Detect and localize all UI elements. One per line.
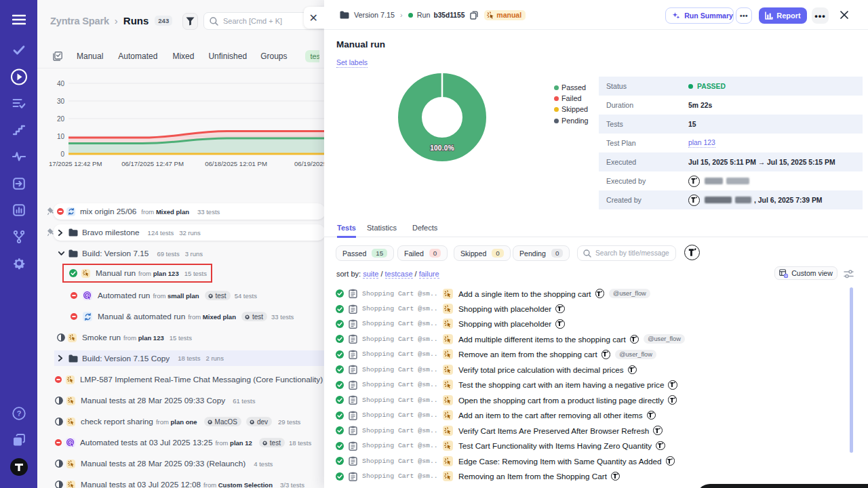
svg-text:100.0%: 100.0% bbox=[430, 144, 454, 152]
svg-text:?: ? bbox=[17, 409, 22, 418]
svg-text:30: 30 bbox=[57, 98, 65, 105]
svg-text:17/2025 12:42 PM: 17/2025 12:42 PM bbox=[49, 160, 102, 167]
svg-text:06/18/2025 12:01 PM: 06/18/2025 12:01 PM bbox=[205, 160, 267, 167]
svg-text:0: 0 bbox=[60, 150, 64, 158]
svg-text:40: 40 bbox=[57, 80, 65, 87]
svg-text:20: 20 bbox=[57, 115, 65, 123]
svg-text:06/17/2025 12:47 PM: 06/17/2025 12:47 PM bbox=[121, 160, 184, 167]
svg-text:10: 10 bbox=[57, 133, 65, 140]
svg-text:06/19/2025 1: 06/19/2025 1 bbox=[294, 160, 324, 167]
